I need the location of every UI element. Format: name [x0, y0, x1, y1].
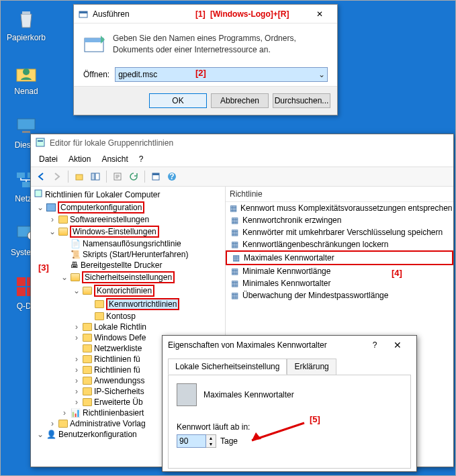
- open-input[interactable]: [115, 67, 328, 82]
- run-description: Geben Sie den Namen eines Programms, Ord…: [113, 33, 328, 56]
- expand-icon[interactable]: ›: [73, 376, 81, 385]
- tree-item[interactable]: Softwareeinstellungen: [70, 215, 149, 224]
- expand-icon[interactable]: ⌄: [36, 203, 44, 212]
- menu-action[interactable]: Aktion: [64, 153, 95, 165]
- list-item[interactable]: ▦Kennwort muss Komplexitätsvoraussetzung…: [226, 202, 453, 214]
- list-item[interactable]: ▦Kennwörter mit umkehrbarer Verschlüssel…: [226, 226, 453, 238]
- tree-item[interactable]: Administrative Vorlag: [70, 419, 146, 428]
- desktop-icon-recycle[interactable]: Papierkorb: [6, 5, 46, 42]
- expand-icon[interactable]: ›: [73, 322, 81, 332]
- svg-rect-27: [35, 190, 42, 197]
- menu-file[interactable]: Datei: [35, 153, 62, 165]
- gpedit-title-text: Editor für lokale Gruppenrichtlinien: [50, 138, 173, 148]
- export-button[interactable]: [110, 169, 125, 184]
- tree-item[interactable]: Windows Defe: [94, 333, 146, 342]
- run-dialog: Ausführen ✕ Geben Sie den Namen eines Pr…: [73, 4, 338, 115]
- tree-item[interactable]: Netzwerkliste: [94, 344, 142, 353]
- list-header[interactable]: Richtlinie: [226, 187, 453, 202]
- tree-item[interactable]: Richtlinien fü: [94, 365, 140, 375]
- policy-item-icon: ▦: [231, 253, 240, 263]
- properties-button[interactable]: [148, 169, 163, 184]
- svg-rect-2: [17, 119, 35, 130]
- ok-button[interactable]: OK: [149, 93, 207, 108]
- help-button[interactable]: ?: [365, 340, 384, 350]
- back-button[interactable]: [34, 169, 48, 184]
- tree-security-settings[interactable]: Sicherheitseinstellungen: [82, 271, 175, 283]
- help-button[interactable]: ?: [165, 169, 179, 184]
- open-combobox[interactable]: ⌄: [115, 67, 328, 82]
- list-item[interactable]: ▦Kennwortlängenbeschränkungen lockern: [226, 238, 453, 250]
- expand-icon[interactable]: ›: [60, 408, 69, 418]
- cancel-button[interactable]: Abbrechen: [211, 93, 269, 108]
- tree-root[interactable]: Richtlinien für Lokaler Computer: [45, 190, 160, 199]
- tree-item[interactable]: Anwendungss: [94, 376, 144, 385]
- expand-icon[interactable]: ›: [73, 387, 81, 396]
- tree-windows-settings[interactable]: Windows-Einstellungen: [70, 226, 159, 238]
- script-icon: 📜: [71, 250, 81, 259]
- expand-icon[interactable]: ⌄: [60, 273, 69, 282]
- show-hide-button[interactable]: [88, 169, 103, 184]
- tree-item[interactable]: Skripts (Start/Herunterfahren): [83, 250, 188, 259]
- menu-help[interactable]: ?: [135, 153, 148, 165]
- spin-up-icon[interactable]: ▲: [206, 435, 216, 441]
- expand-icon[interactable]: ›: [48, 215, 56, 224]
- list-item-max-password F[interactable]: ▦Maximales Kennwortalter: [226, 250, 453, 265]
- days-spinner[interactable]: ▲▼: [177, 434, 216, 448]
- close-button[interactable]: ✕: [306, 6, 333, 22]
- expand-icon[interactable]: ›: [73, 365, 81, 375]
- gpedit-titlebar[interactable]: Editor für lokale Gruppenrichtlinien: [31, 134, 453, 152]
- expand-icon[interactable]: ⌄: [48, 227, 56, 236]
- refresh-button[interactable]: [126, 169, 141, 184]
- tree-account-policies[interactable]: Kontorichtlinien: [94, 285, 154, 297]
- user-folder-icon: [13, 58, 40, 85]
- svg-rect-24: [152, 173, 159, 175]
- close-button[interactable]: ✕: [384, 340, 411, 350]
- folder-icon: [58, 420, 68, 428]
- chevron-down-icon[interactable]: ⌄: [318, 70, 325, 79]
- svg-rect-4: [17, 173, 25, 178]
- policy-item-icon: ▦: [230, 279, 239, 288]
- forward-button[interactable]: [50, 169, 64, 184]
- expand-icon[interactable]: ›: [73, 397, 81, 407]
- menu-view[interactable]: Ansicht: [97, 153, 132, 165]
- recycle-bin-icon: [13, 5, 40, 32]
- tree-item[interactable]: Bereitgestellte Drucker: [81, 260, 162, 270]
- tree-item[interactable]: Namensauflösungsrichtlinie: [83, 239, 181, 248]
- policy-item-icon: ▦: [230, 216, 239, 225]
- gpedit-icon: [35, 137, 46, 150]
- browse-button[interactable]: Durchsuchen...: [273, 93, 330, 108]
- tree-item[interactable]: Richtlinienbasiert: [83, 408, 144, 418]
- days-input[interactable]: [177, 434, 206, 448]
- desktop-icon-user[interactable]: Nenad: [6, 58, 46, 96]
- list-item[interactable]: ▦Kennwortchronik erzwingen: [226, 214, 453, 226]
- annotation-5: [5]: [310, 414, 320, 424]
- tab-explain[interactable]: Erklärung: [287, 359, 336, 375]
- expand-icon[interactable]: ›: [73, 333, 81, 342]
- annotation-1: [1] [Windows-Logo]+[R]: [195, 9, 289, 19]
- expand-icon[interactable]: ⌄: [73, 286, 81, 295]
- expand-icon[interactable]: ⌄: [36, 430, 44, 439]
- list-item[interactable]: ▦Überwachung der Mindestpasswortlänge: [226, 289, 453, 301]
- spin-down-icon[interactable]: ▼: [206, 441, 216, 447]
- svg-rect-14: [79, 11, 87, 13]
- properties-titlebar[interactable]: Eigenschaften von Maximales Kennwortalte…: [163, 336, 416, 354]
- tree-item[interactable]: IP-Sicherheits: [94, 387, 144, 396]
- tree-password-policy[interactable]: Kennwortrichtlinien: [106, 298, 179, 310]
- tree-item[interactable]: Kontosp: [106, 312, 136, 321]
- expand-icon[interactable]: ›: [48, 419, 56, 428]
- user-icon: 👤: [46, 430, 56, 439]
- tree-computerconfig[interactable]: Computerkonfiguration: [58, 201, 144, 213]
- tree-item[interactable]: Erweiterte Üb: [94, 397, 143, 407]
- list-item[interactable]: ▦Minimales Kennwortalter: [226, 277, 453, 289]
- tree-item[interactable]: Lokale Richtlin: [94, 322, 146, 332]
- up-button[interactable]: [72, 169, 87, 184]
- list-item[interactable]: ▦Minimale Kennwortlänge: [226, 265, 453, 277]
- annotation-4: [4]: [392, 268, 402, 278]
- tree-userconfig[interactable]: Benutzerkonfiguration: [58, 430, 137, 439]
- properties-title-text: Eigenschaften von Maximales Kennwortalte…: [168, 340, 365, 350]
- policy-item-icon: ▦: [230, 228, 239, 237]
- tree-item[interactable]: Richtlinien fü: [94, 354, 140, 364]
- tab-local-security[interactable]: Lokale Sicherheitseinstellung: [168, 359, 287, 375]
- expand-icon[interactable]: ›: [73, 354, 81, 364]
- policy-item-icon: ▦: [230, 240, 239, 249]
